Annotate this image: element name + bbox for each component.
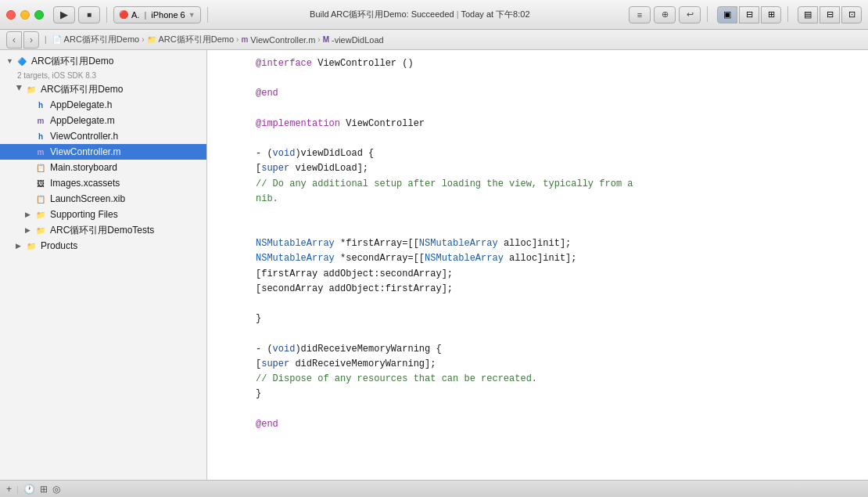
code-content <box>256 297 261 312</box>
grid-icon[interactable]: ⊞ <box>40 484 48 495</box>
line-number <box>220 86 243 101</box>
code-content <box>256 207 261 221</box>
code-line: - (void)didReceiveMemoryWarning { <box>207 342 868 357</box>
code-line: @end <box>207 86 868 101</box>
stop-button[interactable]: ■ <box>78 6 100 23</box>
navigator-toggle[interactable]: ▤ <box>798 6 818 23</box>
scheme-selector[interactable]: 🔴 A. | iPhone 6 ▼ <box>113 6 201 23</box>
sidebar-group-tests[interactable]: ▶ 📁 ARC循环引用DemoTests <box>0 222 206 238</box>
editor-view-button[interactable]: ≡ <box>629 6 651 23</box>
h-file-icon-1: h <box>34 99 47 110</box>
code-token: [secondArray addObject:firstArray]; <box>256 283 453 294</box>
code-line: @implementation ViewController <box>207 117 868 131</box>
code-content <box>256 326 261 341</box>
sidebar-item-viewcontroller-m[interactable]: m ViewController.m <box>0 144 206 160</box>
code-token: // Do any additional setup after loading… <box>256 178 633 189</box>
line-number <box>220 56 243 71</box>
code-line: [super didReceiveMemoryWarning]; <box>207 357 868 372</box>
back-button[interactable]: ‹ <box>6 31 22 49</box>
assistant-editor-button[interactable]: ⊟ <box>739 6 759 23</box>
code-line: NSMutableArray *firstArray=[[NSMutableAr… <box>207 236 868 251</box>
add-button[interactable]: + <box>6 484 12 495</box>
main-area: ▼ 🔷 ARC循环引用Demo 2 targets, iOS SDK 8.3 ▶… <box>0 50 868 480</box>
sidebar-item-launchscreen-xib[interactable]: 📋 LaunchScreen.xib <box>0 191 206 207</box>
line-number <box>220 297 243 312</box>
products-group-label: Products <box>41 240 77 251</box>
code-content: [super viewDidLoad]; <box>256 161 368 176</box>
code-token: )viewDidLoad { <box>295 148 374 159</box>
breadcrumb-bar: ‹ › | 📄 ARC循环引用Demo › 📁 ARC循环引用Demo › m … <box>0 30 868 50</box>
breadcrumb-item-2[interactable]: m ViewController.m <box>241 35 315 45</box>
breadcrumb-label-2: ViewController.m <box>250 35 315 45</box>
code-line: NSMutableArray *secondArray=[[NSMutableA… <box>207 251 868 266</box>
sidebar-item-appdelegate-m[interactable]: m AppDelegate.m <box>0 113 206 128</box>
appdelegate-h-label: AppDelegate.h <box>50 99 112 110</box>
breadcrumb-sep-0: › <box>142 35 144 44</box>
sidebar-group-supporting[interactable]: ▶ 📁 Supporting Files <box>0 207 206 222</box>
sidebar-group-arc[interactable]: ▶ 📁 ARC循环引用Demo <box>0 81 206 97</box>
code-token: - ( <box>256 148 273 159</box>
breadcrumb-item-0[interactable]: 📄 ARC循环引用Demo <box>52 34 140 45</box>
breadcrumb-label-0: ARC循环引用Demo <box>64 34 140 45</box>
code-line: [secondArray addObject:firstArray]; <box>207 282 868 297</box>
line-number <box>220 372 243 387</box>
code-token: } <box>256 388 261 399</box>
code-line <box>207 221 868 236</box>
sidebar-item-images-xcassets[interactable]: 🖼 Images.xcassets <box>0 175 206 191</box>
supporting-folder-icon: 📁 <box>34 209 47 220</box>
code-content: @end <box>256 86 278 101</box>
circle-icon[interactable]: ◎ <box>52 484 60 495</box>
minimize-button[interactable] <box>20 10 30 20</box>
standard-editor-button[interactable]: ▣ <box>717 6 737 23</box>
viewcontroller-m-label: ViewController.m <box>50 146 120 157</box>
code-content: // Dispose of any resources that can be … <box>256 372 537 387</box>
line-number <box>220 177 243 192</box>
code-line: } <box>207 387 868 402</box>
appdelegate-m-label: AppDelegate.m <box>50 115 115 126</box>
debug-toggle[interactable]: ⊟ <box>820 6 840 23</box>
maximize-button[interactable] <box>34 10 44 20</box>
scheme-name: A. <box>131 10 139 20</box>
code-line: nib. <box>207 192 868 207</box>
code-content <box>256 221 261 236</box>
code-token: *firstArray=[[ <box>335 238 419 249</box>
folder-icon-1: 📁 <box>147 35 156 44</box>
separator-4 <box>787 6 788 22</box>
code-token: didReceiveMemoryWarning]; <box>289 358 436 369</box>
sidebar-project-root[interactable]: ▼ 🔷 ARC循环引用Demo <box>0 53 206 69</box>
line-number <box>220 146 243 161</box>
version-editor-button[interactable]: ⊞ <box>761 6 781 23</box>
tests-folder-icon: 📁 <box>34 225 47 236</box>
sidebar-group-products[interactable]: ▶ 📁 Products <box>0 238 206 254</box>
code-token: NSMutableArray <box>256 253 335 264</box>
code-editor[interactable]: @interface ViewController () @end @imple… <box>207 50 868 480</box>
arc-group-label: ARC循环引用Demo <box>41 83 123 96</box>
build-status: Build ARC循环引用Demo: Succeeded | Today at … <box>310 9 529 20</box>
code-line: } <box>207 312 868 326</box>
breadcrumb-item-3[interactable]: M -viewDidLoad <box>323 35 384 45</box>
code-token: super <box>261 163 289 174</box>
forward-button[interactable]: › <box>23 31 39 49</box>
run-button[interactable]: ▶ <box>53 6 75 23</box>
line-number <box>220 357 243 372</box>
sidebar-item-main-storyboard[interactable]: 📋 Main.storyboard <box>0 160 206 175</box>
sidebar-item-viewcontroller-h[interactable]: h ViewController.h <box>0 128 206 144</box>
nav-arrows: ‹ › <box>6 31 39 49</box>
code-content: @end <box>256 417 278 432</box>
code-content <box>256 131 261 146</box>
clock-icon[interactable]: 🕐 <box>23 484 35 495</box>
close-button[interactable] <box>6 10 16 20</box>
sidebar-item-appdelegate-h[interactable]: h AppDelegate.h <box>0 97 206 113</box>
code-token: @implementation <box>256 118 340 129</box>
method-icon: M <box>323 35 329 44</box>
line-number <box>220 326 243 341</box>
related-files-button[interactable]: ⊕ <box>654 6 676 23</box>
back-forward-button[interactable]: ↩ <box>679 6 701 23</box>
utilities-toggle[interactable]: ⊡ <box>841 6 862 23</box>
breadcrumb-item-1[interactable]: 📁 ARC循环引用Demo <box>147 34 235 45</box>
code-content: } <box>256 312 261 326</box>
line-number <box>220 131 243 146</box>
file-icon-0: 📄 <box>52 35 62 44</box>
code-line <box>207 326 868 341</box>
code-token: super <box>261 358 289 369</box>
